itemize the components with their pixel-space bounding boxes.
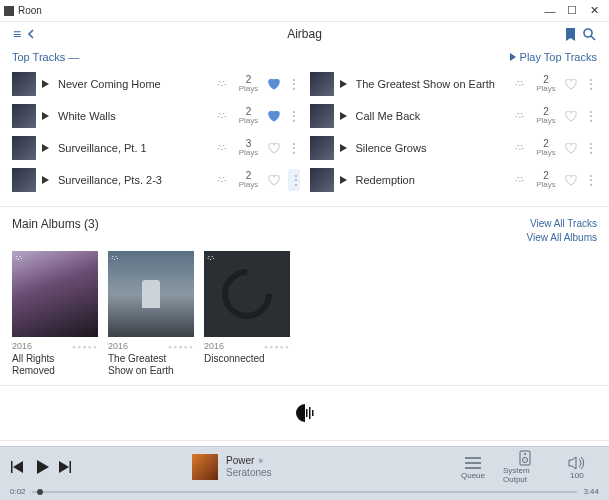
album-card[interactable]: ∙∵∙ 2016●●●●● The Greatest Show on Earth	[108, 251, 194, 377]
next-track-button[interactable]	[58, 461, 74, 473]
main-albums-section: Main Albums (3) View All Tracks View All…	[0, 211, 609, 381]
album-year: 2016	[12, 341, 32, 351]
track-art	[310, 168, 334, 192]
track-art	[310, 72, 334, 96]
top-tracks-toggle[interactable]: Top Tracks —	[12, 51, 79, 63]
track-plays: 2Plays	[533, 75, 559, 93]
favorite-button[interactable]	[565, 143, 579, 154]
track-play-icon[interactable]	[340, 176, 350, 184]
favorite-button[interactable]	[565, 79, 579, 90]
section-divider	[0, 206, 609, 207]
favorite-button[interactable]	[268, 175, 282, 186]
favorite-button[interactable]	[565, 175, 579, 186]
track-name: Surveillance, Pt. 1	[58, 142, 212, 154]
album-rating: ●●●●●	[264, 343, 290, 350]
progress-bar-row: 0:02 3:44	[0, 487, 609, 500]
window-minimize-button[interactable]: —	[539, 5, 561, 17]
lyrics-icon: ✶	[257, 456, 265, 467]
prev-track-button[interactable]	[10, 461, 26, 473]
track-row[interactable]: Never Coming Home ∙∵∙ 2Plays ⋮	[12, 72, 300, 96]
queue-button[interactable]: Queue	[451, 455, 495, 480]
track-more-button[interactable]: ⋮	[585, 141, 597, 155]
back-button[interactable]	[26, 29, 44, 39]
output-button[interactable]: System Output	[503, 450, 547, 484]
favorite-button[interactable]	[268, 143, 282, 154]
track-name: Redemption	[356, 174, 510, 186]
track-play-icon[interactable]	[42, 176, 52, 184]
search-button[interactable]	[583, 28, 601, 41]
album-year: 2016	[108, 341, 128, 351]
main-albums-title: Main Albums (3)	[12, 217, 99, 231]
seek-bar[interactable]	[32, 491, 578, 493]
favorite-button[interactable]	[565, 111, 579, 122]
track-play-icon[interactable]	[42, 112, 52, 120]
view-all-albums-link[interactable]: View All Albums	[527, 231, 597, 245]
track-plays: 2Plays	[533, 171, 559, 189]
section-divider	[0, 385, 609, 386]
track-art	[310, 104, 334, 128]
track-row[interactable]: Surveillance, Pts. 2-3 ∙∵∙ 2Plays ⋮	[12, 168, 300, 192]
section-divider	[0, 440, 609, 441]
app-icon	[4, 6, 14, 16]
tidal-icon: ∙∵∙	[515, 175, 527, 185]
album-name: All Rights Removed	[12, 353, 98, 377]
track-more-button[interactable]: ⋮	[288, 109, 300, 123]
track-row[interactable]: White Walls ∙∵∙ 2Plays ⋮	[12, 104, 300, 128]
favorite-button[interactable]	[268, 111, 282, 122]
track-play-icon[interactable]	[340, 112, 350, 120]
album-card[interactable]: ∙∵∙ 2016●●●●● Disconnected	[204, 251, 290, 377]
window-maximize-button[interactable]: ☐	[561, 4, 583, 17]
track-more-button[interactable]: ⋮	[585, 109, 597, 123]
album-card[interactable]: ∙∵∙ 2016●●●●● All Rights Removed	[12, 251, 98, 377]
track-more-button[interactable]: ⋮	[288, 169, 300, 191]
track-more-button[interactable]: ⋮	[288, 141, 300, 155]
track-name: Call Me Back	[356, 110, 510, 122]
total-time: 3:44	[583, 487, 599, 496]
track-play-icon[interactable]	[42, 144, 52, 152]
track-art	[12, 104, 36, 128]
hamburger-menu-button[interactable]: ≡	[8, 26, 26, 42]
album-name: Disconnected	[204, 353, 290, 375]
volume-button[interactable]: 100	[555, 455, 599, 480]
tidal-icon: ∙∵∙	[515, 79, 527, 89]
album-year: 2016	[204, 341, 224, 351]
track-row[interactable]: Silence Grows ∙∵∙ 2Plays ⋮	[310, 136, 598, 160]
svg-rect-2	[309, 407, 311, 419]
track-name: Surveillance, Pts. 2-3	[58, 174, 212, 186]
now-playing-info[interactable]: Power✶ Seratones	[226, 455, 272, 479]
track-play-icon[interactable]	[42, 80, 52, 88]
queue-icon	[465, 455, 481, 471]
track-play-icon[interactable]	[340, 144, 350, 152]
roon-logo-icon	[0, 390, 609, 436]
track-row[interactable]: The Greatest Show on Earth ∙∵∙ 2Plays ⋮	[310, 72, 598, 96]
track-art	[310, 136, 334, 160]
track-name: White Walls	[58, 110, 212, 122]
track-row[interactable]: Call Me Back ∙∵∙ 2Plays ⋮	[310, 104, 598, 128]
svg-rect-3	[312, 410, 314, 416]
tidal-badge-icon: ∙∵∙	[15, 254, 21, 263]
track-more-button[interactable]: ⋮	[585, 77, 597, 91]
top-tracks-section-header: Top Tracks — Play Top Tracks	[0, 46, 609, 68]
top-nav: ≡ Airbag	[0, 22, 609, 46]
top-tracks-label: Top Tracks	[12, 51, 65, 63]
window-close-button[interactable]: ✕	[583, 4, 605, 17]
track-row[interactable]: Surveillance, Pt. 1 ∙∵∙ 3Plays ⋮	[12, 136, 300, 160]
album-name: The Greatest Show on Earth	[108, 353, 194, 377]
svg-point-6	[524, 453, 526, 455]
bookmark-button[interactable]	[565, 28, 583, 41]
track-plays: 2Plays	[236, 75, 262, 93]
track-play-icon[interactable]	[340, 80, 350, 88]
track-more-button[interactable]: ⋮	[585, 173, 597, 187]
play-top-tracks-button[interactable]: Play Top Tracks	[509, 51, 597, 63]
tidal-badge-icon: ∙∵∙	[207, 254, 213, 263]
play-pause-button[interactable]	[34, 459, 50, 475]
view-all-tracks-link[interactable]: View All Tracks	[527, 217, 597, 231]
track-more-button[interactable]: ⋮	[288, 77, 300, 91]
favorite-button[interactable]	[268, 79, 282, 90]
now-playing-art[interactable]	[192, 454, 218, 480]
track-row[interactable]: Redemption ∙∵∙ 2Plays ⋮	[310, 168, 598, 192]
playbar: Power✶ Seratones Queue System Output 100…	[0, 446, 609, 500]
track-plays: 3Plays	[236, 139, 262, 157]
svg-rect-1	[306, 409, 308, 417]
track-plays: 2Plays	[533, 139, 559, 157]
